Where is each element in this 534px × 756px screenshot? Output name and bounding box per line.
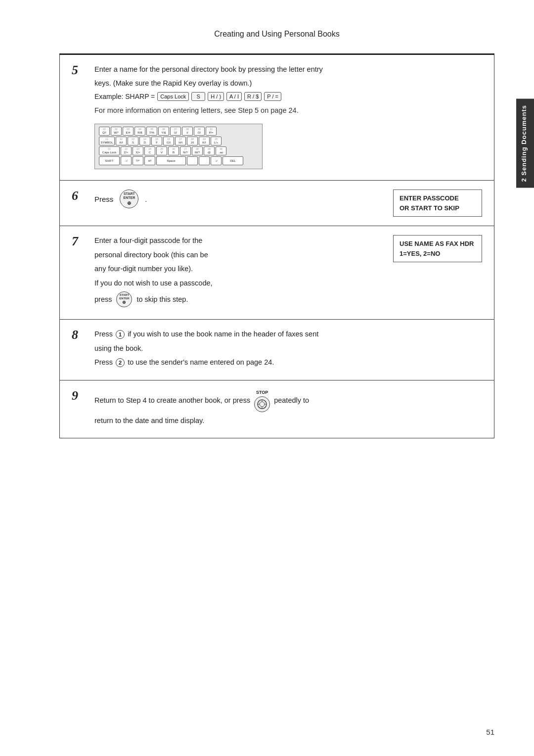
kb-key-shift: SHIFT <box>99 156 120 165</box>
step-7-display: USE NAME AS FAX HDR 1=YES, 2=NO <box>393 235 482 262</box>
stop-label: STOP <box>256 389 268 396</box>
circle-1: 1 <box>116 330 125 339</box>
kb-key-del: DEL <box>222 156 243 165</box>
kb-row-1: 01Q/! 02W/* 03E/# 04R/$ 05T/% 06Y/& 07U/… <box>99 127 258 136</box>
step-6-section: 6 Press STARTENTER ⊕ . ENTER PASSCODE OR… <box>60 181 494 226</box>
kb-key-m: 28M/? <box>192 146 203 155</box>
side-tab: 2 Sending Documents <box>516 99 534 188</box>
crosshair-icon-7: ⊕ <box>122 300 126 305</box>
step-8-press1: Press <box>94 330 115 338</box>
kb-key-f: 15F <box>151 137 162 145</box>
step-8-press2: Press <box>94 358 115 366</box>
kb-key-at: 29@ <box>204 146 215 155</box>
step-5-content: Enter a name for the personal directory … <box>94 64 482 171</box>
step-9-section: 9 Return to Step 4 to create another boo… <box>60 380 494 438</box>
kb-key-w: 02W/* <box>111 127 122 136</box>
key-a: A / I <box>226 92 242 101</box>
kb-key-u: 07U/ <box>170 127 181 136</box>
step-7-text6: to skip this step. <box>136 294 188 305</box>
stop-icon <box>257 399 267 410</box>
step-8-text6: s name entered on page 24. <box>184 358 274 366</box>
step-5-text1: Enter a name for the personal directory … <box>94 64 482 75</box>
kb-key-e: 03E/# <box>123 127 134 136</box>
stop-button <box>254 396 270 412</box>
step-7-section: 7 Enter a four-digit passcode for the pe… <box>60 226 494 320</box>
step-8-line3: Press 2 to use the sender's name entered… <box>94 357 482 368</box>
step-9-content: Return to Step 4 to create another book,… <box>94 389 482 429</box>
step-6-period: . <box>145 195 147 203</box>
key-h: H / ) <box>208 92 224 101</box>
step-5-number: 5 <box>72 63 86 78</box>
step-7-number: 7 <box>72 234 86 249</box>
kb-key-au: 30.au <box>216 146 226 155</box>
kb-key-capslock: 21Caps Lock <box>99 146 120 155</box>
step-7-display-line2: 1=YES, 2=NO <box>400 249 476 259</box>
step-7-text5-line: press STARTENTER ⊕ to skip this step. <box>94 291 378 307</box>
step-7-text3: any four-digit number you like). <box>94 263 378 274</box>
kb-key-blank2 <box>199 156 210 165</box>
keyboard-diagram: 01Q/! 02W/* 03E/# 04R/$ 05T/% 06Y/& 07U/… <box>94 124 263 169</box>
key-p: P / = <box>264 92 281 101</box>
step-8-section: 8 Press 1 if you wish to use the book na… <box>60 320 494 380</box>
kb-key-s: 13S <box>128 137 138 145</box>
kb-key-h: 17H/I <box>175 137 186 145</box>
kb-key-x: 23X/> <box>133 146 143 155</box>
step-6-text: Press <box>94 195 113 203</box>
kb-key-b: 26B <box>168 146 179 155</box>
step-7-text1: Enter a four-digit passcode for the <box>94 235 378 246</box>
kb-row-3: 21Caps Lock 22Z/< 23X/> 24C 25V 26B 27N/… <box>99 146 258 155</box>
step-6-number: 6 <box>72 189 86 203</box>
step-9-number: 9 <box>72 388 86 403</box>
stop-button-container: STOP <box>253 389 271 412</box>
display-line1: ENTER PASSCODE <box>400 193 476 203</box>
kb-key-tilde2: ~/ <box>211 156 222 165</box>
kb-key-c: 24C <box>144 146 155 155</box>
kb-key-symbol: 11SYMBOL <box>99 137 115 145</box>
example-label: Example: SHARP = <box>94 93 155 100</box>
example-line: Example: SHARP = Caps Lock S H / ) A / I… <box>94 92 482 101</box>
kb-key-k: 19K/I <box>199 137 210 145</box>
step-7-display-line1: USE NAME AS FAX HDR <box>400 239 476 249</box>
step-7-text4: If you do not wish to use a passcode, <box>94 278 378 288</box>
kb-row-4: SHIFT ~/ ?/^ #/! Space ~/ DEL <box>99 156 258 165</box>
step-7-inner: Enter a four-digit passcode for the pers… <box>94 235 482 310</box>
step-7-content: Enter a four-digit passcode for the pers… <box>94 235 378 310</box>
kb-key-v: 25V <box>156 146 167 155</box>
step-9-text1: Return to Step 4 to create another book,… <box>94 395 250 406</box>
kb-key-y: 06Y/& <box>158 127 169 136</box>
step-7-press-label: press <box>94 294 112 305</box>
step-8-text2: if you wish to use the book name in the … <box>128 330 318 338</box>
kb-key-space: Space <box>156 156 186 165</box>
step-6-content: Press STARTENTER ⊕ . <box>94 189 379 208</box>
kb-key-r: 04R/$ <box>134 127 145 136</box>
step-9-line1: Return to Step 4 to create another book,… <box>94 389 482 412</box>
kb-row-2: 11SYMBOL 12A/I 13S 14D 15F 16G/I 17H/I 1… <box>99 137 258 145</box>
kb-key-o: 09O/ <box>194 127 205 136</box>
step-9-line2: return to the date and time display. <box>94 415 482 426</box>
kb-key-n: 27N/? <box>180 146 191 155</box>
step-9-text2: peatedly to <box>274 395 309 406</box>
step-8-line2: using the book. <box>94 343 482 354</box>
kb-key-quest: ?/^ <box>133 156 143 165</box>
start-enter-button-7: STARTENTER ⊕ <box>116 291 132 307</box>
crosshair-icon: ⊕ <box>127 200 131 206</box>
page-header: Creating and Using Personal Books <box>59 30 494 39</box>
step-5-text2: keys. (Make sure the Rapid Key overlay i… <box>94 78 482 89</box>
circle-2: 2 <box>116 358 125 367</box>
display-line2: OR START TO SKIP <box>400 203 476 213</box>
kb-key-q: 01Q/! <box>99 127 110 136</box>
step-6-display: ENTER PASSCODE OR START TO SKIP <box>393 189 482 217</box>
step-8-line1: Press 1 if you wish to use the book name… <box>94 329 482 339</box>
kb-key-a: 12A/I <box>116 137 127 145</box>
kb-key-l: 20L/+ <box>211 137 222 145</box>
step-8-content: Press 1 if you wish to use the book name… <box>94 329 482 371</box>
kb-key-j: 18J/I <box>187 137 198 145</box>
svg-point-1 <box>260 402 265 407</box>
key-r: R / $ <box>244 92 262 101</box>
step-5-info: For more information on entering letters… <box>94 105 482 116</box>
start-enter-button: STARTENTER ⊕ <box>120 189 138 208</box>
page-number: 51 <box>486 728 494 736</box>
step-8-text5: to use the sender <box>128 358 183 366</box>
kb-key-tilde: ~/ <box>121 156 132 165</box>
kb-key-hash: #/! <box>144 156 155 165</box>
